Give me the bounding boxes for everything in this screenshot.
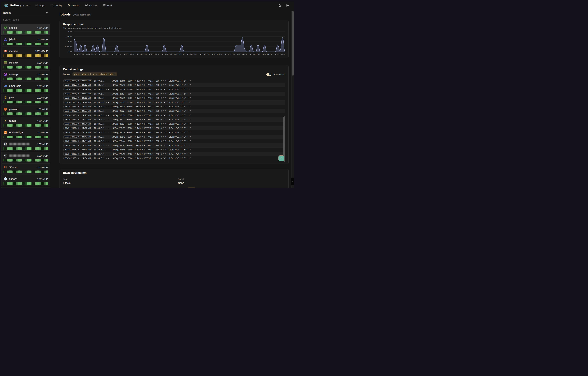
route-item-siyuan[interactable]: SiYuan100% UP — [1, 163, 50, 175]
nav-item-apps[interactable]: Apps — [35, 4, 45, 7]
nav-item-servers[interactable]: Servers — [85, 4, 97, 7]
panel-collapse-handle[interactable] — [291, 178, 294, 185]
log-row: 09/14/2025, 01:24:22 AM10.89.3.1 - - [13… — [63, 100, 285, 104]
routes-sidebar: Routes it-tools100% UPjellyfin100% UPmet… — [1, 10, 51, 188]
route-health-bars — [3, 54, 48, 57]
rss-bridge-icon: rssBridge — [3, 131, 7, 134]
route-status: 100% UP — [37, 119, 48, 122]
chart-x-tick: 4:15:46 PM — [200, 53, 210, 55]
route-item-rss-bridge[interactable]: rssBridgeRSS-Bridge100% UP — [1, 128, 50, 140]
route-status: 100% UP — [37, 131, 48, 134]
apps-grid-icon — [35, 4, 38, 7]
route-name: RSS-Bridge — [9, 131, 23, 134]
info-field-alias: Aliasit-tools — [63, 178, 178, 184]
page-scrollbar[interactable] — [291, 11, 294, 188]
log-scrollbar[interactable] — [283, 79, 285, 163]
scroll-to-top-button[interactable] — [278, 156, 284, 161]
route-item-radarr[interactable]: radarr100% UP — [1, 117, 50, 128]
log-timestamp: 09/14/2025, 01:24:47 AM — [63, 144, 92, 147]
log-row: 09/14/2025, 01:24:32 AM10.89.3.1 - - [13… — [63, 117, 285, 122]
route-item-partial[interactable] — [1, 187, 50, 188]
nav-item-config[interactable]: Config — [51, 4, 62, 7]
nav-item-routes[interactable]: Routes — [67, 4, 79, 7]
log-timestamp: 09/14/2025, 01:24:54 AM — [63, 157, 92, 160]
route-health-bars — [3, 136, 48, 138]
route-name: sonarr — [9, 178, 17, 180]
container-logs-title: Container Logs — [63, 68, 285, 71]
container-image-badge: ghcr.io/corentinth/it-tools:latest — [73, 73, 117, 76]
route-name: jellyfin — [9, 38, 16, 41]
page-scrollbar-thumb[interactable] — [292, 11, 294, 76]
logs-route-name: it-tools — [63, 73, 70, 76]
log-row: 09/14/2025, 01:24:24 AM10.89.3.1 - - [13… — [63, 104, 285, 109]
info-field-agent: AgentNone — [178, 178, 285, 184]
chart-x-tick: 4:16:04 PM — [237, 53, 247, 55]
route-item-se[interactable]: SE100% UP — [1, 140, 50, 151]
chart-x-tick: 4:15:57 PM — [225, 53, 235, 55]
log-row: 09/14/2025, 01:24:29 AM10.89.3.1 - - [13… — [63, 113, 285, 118]
auto-scroll-toggle[interactable] — [266, 73, 271, 76]
route-name: new-api — [9, 73, 18, 76]
route-item-sonarr[interactable]: sonarr100% UP — [1, 175, 50, 186]
response-time-subtitle: The average response time of the route o… — [63, 27, 285, 29]
log-message: 10.89.3.1 - - [13/Sep/20:14 +0000] "HEAD… — [94, 88, 191, 91]
route-name-redacted — [9, 143, 30, 145]
chart-x-tick: 4:15:36 PM — [174, 53, 184, 55]
routes-icon — [67, 4, 70, 7]
log-row: 09/14/2025, 01:24:27 AM10.89.3.1 - - [13… — [63, 109, 285, 113]
miniflux-icon — [3, 61, 7, 64]
chart-x-tick: 4:15:04 PM — [99, 53, 109, 55]
chart-x-tick: 4:15:20 PM — [137, 53, 147, 55]
route-health-bars — [3, 182, 48, 185]
moon-icon[interactable] — [278, 4, 281, 7]
log-message: 10.89.3.1 - - [13/Sep/20:37 +0000] "HEAD… — [94, 127, 191, 129]
route-status: 100% UP — [37, 166, 48, 169]
route-item-miniflux[interactable]: Miniflux100% UP — [1, 59, 50, 70]
plex-icon — [3, 96, 7, 99]
response-time-title: Response Time — [63, 22, 285, 26]
log-row: 09/14/2025, 01:24:19 AM10.89.3.1 - - [13… — [63, 96, 285, 100]
route-item-jellyfin[interactable]: jellyfin100% UP — [1, 36, 50, 47]
log-timestamp: 09/14/2025, 01:24:44 AM — [63, 140, 92, 143]
main-panel: it-tools 100% uptime (1h) Response Time … — [51, 10, 294, 188]
wiki-book-icon — [103, 4, 106, 7]
route-item-se[interactable]: SE100% UP — [1, 152, 50, 163]
log-message: 10.89.3.1 - - [13/Sep/20:22 +0000] "HEAD… — [94, 101, 191, 104]
log-timestamp: 09/14/2025, 01:24:09 AM — [63, 79, 92, 82]
host-value-badge-partial — [188, 187, 195, 188]
filter-funnel-icon[interactable] — [45, 11, 48, 14]
nav-item-label: Apps — [39, 4, 45, 7]
nav-item-wiki[interactable]: Wiki — [103, 4, 112, 7]
search-row — [1, 16, 51, 23]
search-input[interactable] — [3, 18, 48, 21]
sonarr-icon — [3, 177, 7, 181]
log-message: 10.89.3.1 - - [13/Sep/20:09 +0000] "HEAD… — [94, 80, 191, 82]
route-health-bars — [3, 77, 48, 80]
log-timestamp: 09/14/2025, 01:24:29 AM — [63, 114, 92, 117]
new-api-icon — [3, 73, 7, 76]
route-item-metube[interactable]: metube100% IDLE — [1, 47, 50, 58]
route-name: omni-tools — [9, 84, 21, 87]
route-item-new-api[interactable]: new-api100% UP — [1, 70, 50, 82]
logout-icon[interactable] — [286, 4, 289, 7]
log-scrollbar-thumb[interactable] — [283, 116, 285, 162]
nav-item-label: Servers — [89, 4, 97, 7]
route-status: 100% UP — [37, 26, 48, 29]
route-item-prowlarr[interactable]: prowlarr100% UP — [1, 105, 50, 116]
sidebar-header: Routes — [1, 10, 51, 16]
chart-x-tick: 4:15:30 PM — [162, 53, 172, 55]
navbar: GoDoxy v0.18.0 AppsConfigRoutesServersWi… — [1, 1, 294, 10]
route-name: plex — [9, 96, 14, 99]
log-message: 10.89.3.1 - - [13/Sep/20:17 +0000] "HEAD… — [94, 93, 191, 95]
log-row: 09/14/2025, 01:24:49 AM10.89.3.1 - - [13… — [63, 148, 285, 152]
page-title: it-tools — [60, 12, 71, 16]
log-message: 10.89.3.1 - - [13/Sep/20:29 +0000] "HEAD… — [94, 114, 191, 116]
route-item-omni-tools[interactable]: omni-tools100% UP — [1, 82, 50, 93]
route-item-it-tools[interactable]: it-tools100% UP — [1, 24, 50, 35]
log-message: 10.89.3.1 - - [13/Sep/20:24 +0000] "HEAD… — [94, 105, 191, 108]
route-item-plex[interactable]: plex100% UP — [1, 94, 50, 105]
log-message: 10.89.3.1 - - [13/Sep/20:44 +0000] "HEAD… — [94, 140, 191, 142]
nav-actions — [278, 4, 292, 7]
log-row: 09/14/2025, 01:24:42 AM10.89.3.1 - - [13… — [63, 135, 285, 139]
route-list: it-tools100% UPjellyfin100% UPmetube100%… — [1, 23, 51, 188]
